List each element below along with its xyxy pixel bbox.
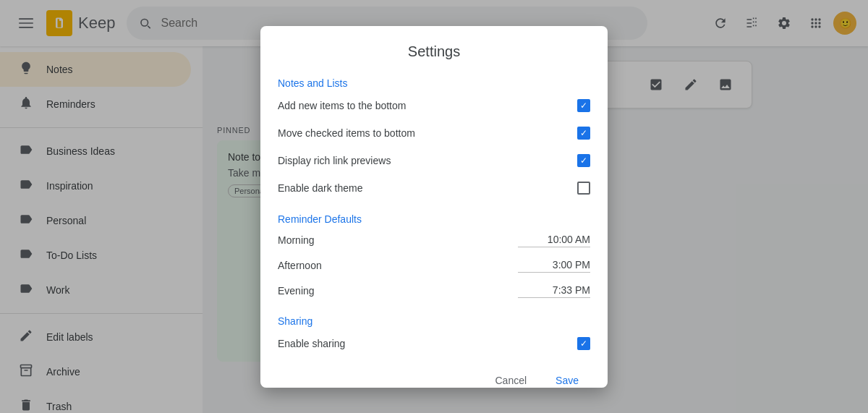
settings-title: Settings xyxy=(260,26,608,72)
settings-checkbox[interactable] xyxy=(577,337,590,350)
time-value[interactable]: 10:00 AM xyxy=(518,234,590,247)
setting-label: Display rich link previews xyxy=(278,155,391,166)
sharing-items: Enable sharing xyxy=(260,330,608,357)
notes-and-lists-heading: Notes and Lists xyxy=(260,72,608,92)
reminder-defaults-items: Morning10:00 AMAfternoon3:00 PMEvening7:… xyxy=(260,228,608,304)
time-value[interactable]: 3:00 PM xyxy=(518,259,590,273)
settings-overlay: Settings Notes and Lists Add new items t… xyxy=(0,0,868,413)
time-label: Evening xyxy=(278,285,315,297)
settings-checkbox[interactable] xyxy=(577,154,590,167)
time-value[interactable]: 7:33 PM xyxy=(518,284,590,298)
time-row: Afternoon3:00 PM xyxy=(260,253,608,278)
settings-row: Enable sharing xyxy=(260,330,608,357)
setting-label: Move checked items to bottom xyxy=(278,127,415,139)
cancel-button[interactable]: Cancel xyxy=(483,369,538,388)
settings-row: Add new items to the bottom xyxy=(260,92,608,119)
setting-label: Enable sharing xyxy=(278,338,345,349)
setting-label: Add new items to the bottom xyxy=(278,100,406,111)
sharing-heading: Sharing xyxy=(260,310,608,330)
settings-actions: Cancel Save xyxy=(260,357,608,388)
time-row: Morning10:00 AM xyxy=(260,228,608,253)
settings-row: Enable dark theme xyxy=(260,174,608,202)
settings-checkbox[interactable] xyxy=(577,182,590,195)
settings-checkbox[interactable] xyxy=(577,127,590,140)
settings-checkbox[interactable] xyxy=(577,99,590,112)
settings-dialog: Settings Notes and Lists Add new items t… xyxy=(260,26,608,388)
setting-label: Enable dark theme xyxy=(278,182,363,194)
time-label: Afternoon xyxy=(278,260,322,271)
reminder-defaults-heading: Reminder Defaults xyxy=(260,208,608,228)
save-button[interactable]: Save xyxy=(544,369,590,388)
settings-row: Display rich link previews xyxy=(260,147,608,174)
settings-row: Move checked items to bottom xyxy=(260,119,608,147)
time-label: Morning xyxy=(278,234,315,246)
time-row: Evening7:33 PM xyxy=(260,278,608,304)
notes-and-lists-items: Add new items to the bottomMove checked … xyxy=(260,92,608,202)
